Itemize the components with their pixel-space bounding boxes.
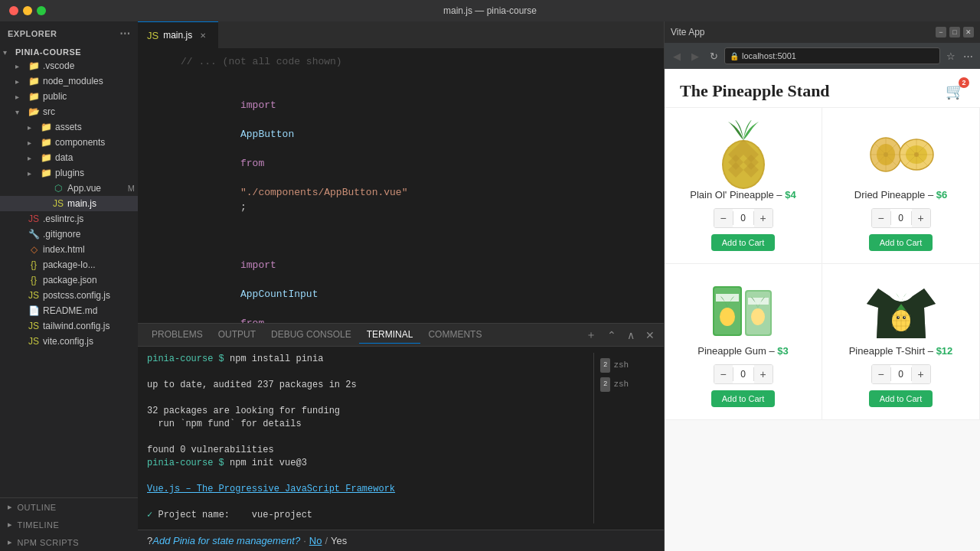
line-content: import AppCountInput from "./components/…: [181, 243, 658, 323]
package-json-label: package.json: [43, 275, 135, 285]
sidebar-item-npm-scripts[interactable]: ▸ NPM SCRIPTS: [0, 533, 138, 551]
product-name: Dried Pineapple – $6: [854, 189, 947, 201]
sidebar-item-tailwind[interactable]: ▸ JS tailwind.config.js: [0, 318, 138, 334]
sidebar-item-node-modules[interactable]: ▸ 📁 node_modules: [0, 73, 138, 89]
add-terminal-button[interactable]: ＋: [583, 327, 599, 344]
browser-minimize-button[interactable]: −: [936, 27, 946, 37]
products-grid: Plain Ol' Pineapple – $4 − 0 + Add to Ca…: [665, 108, 980, 420]
folder-icon: 📁: [28, 60, 40, 72]
tab-problems[interactable]: PROBLEMS: [144, 326, 211, 344]
sidebar: EXPLORER ⋯ ▾ PINIA-COURSE ▸ 📁 .vscode ▸ …: [0, 21, 138, 551]
browser-refresh-button[interactable]: ↻: [706, 48, 721, 64]
spacer: ▸: [15, 292, 28, 300]
quantity-increase-button[interactable]: +: [912, 209, 930, 227]
sidebar-item-outline[interactable]: ▸ OUTLINE: [0, 498, 138, 516]
quantity-decrease-button[interactable]: −: [872, 209, 890, 227]
sidebar-item-eslintrc[interactable]: ▸ JS .eslintrc.js: [0, 211, 138, 227]
sidebar-collapse-icon[interactable]: ⋯: [119, 28, 131, 40]
terminal-line: pinia-course $ npm init vue@3: [147, 457, 593, 470]
cart-button[interactable]: 🛒 2: [946, 82, 965, 100]
index-html-label: index.html: [43, 244, 135, 255]
terminal-line: pinia-course $ npm install pinia: [147, 353, 593, 366]
prompt-no-option[interactable]: No: [309, 535, 322, 546]
terminal-line: ✓ Project name: vue-project: [147, 509, 593, 522]
add-to-cart-button[interactable]: Add to Cart: [711, 390, 776, 407]
terminal-line: Vue.js – The Progressive JavaScript Fram…: [147, 483, 593, 496]
js-file-icon: JS: [147, 30, 158, 41]
browser-back-button[interactable]: ◀: [669, 48, 684, 64]
close-button[interactable]: [9, 6, 18, 15]
project-root[interactable]: ▾ PINIA-COURSE: [0, 46, 138, 58]
code-line: [138, 69, 664, 83]
prompt-slash: /: [325, 535, 328, 546]
title-bar: main.js — pinia-course: [0, 0, 980, 21]
sidebar-item-public[interactable]: ▸ 📁 public: [0, 89, 138, 104]
window-title: main.js — pinia-course: [443, 5, 537, 16]
product-card-dried-pineapple: Dried Pineapple – $6 − 0 + Add to Cart: [822, 108, 980, 264]
quantity-decrease-button[interactable]: −: [872, 365, 890, 383]
tab-terminal[interactable]: TERMINAL: [359, 326, 421, 344]
svg-point-34: [903, 317, 904, 318]
sidebar-item-vscode[interactable]: ▸ 📁 .vscode: [0, 58, 138, 73]
html-icon: ◇: [28, 243, 40, 256]
tab-comments[interactable]: COMMENTS: [420, 326, 489, 344]
sidebar-item-src[interactable]: ▾ 📂 src: [0, 104, 138, 119]
folder-icon: 📁: [28, 75, 40, 87]
spacer: ▸: [15, 215, 28, 223]
sidebar-item-data[interactable]: ▸ 📁 data: [0, 150, 138, 165]
chevron-right-icon: ▸: [8, 537, 13, 547]
tab-close-button[interactable]: ✕: [197, 29, 209, 41]
quantity-increase-button[interactable]: +: [754, 209, 773, 227]
code-editor[interactable]: // ... (not all code shown) import AppBu…: [138, 48, 664, 323]
browser-forward-button[interactable]: ▶: [688, 48, 703, 64]
json-icon: {}: [28, 259, 40, 271]
sidebar-item-components[interactable]: ▸ 📁 components: [0, 135, 138, 150]
line-number: [144, 54, 168, 69]
sidebar-item-app-vue[interactable]: ▸ ⬡ App.vue M: [0, 181, 138, 196]
prompt-yes-option[interactable]: Yes: [331, 535, 347, 546]
quantity-decrease-button[interactable]: −: [714, 365, 733, 383]
split-terminal-button[interactable]: ⌃: [604, 328, 619, 343]
sidebar-item-main-js[interactable]: ▸ JS main.js: [0, 196, 138, 211]
browser-more-button[interactable]: ⋯: [960, 48, 975, 64]
add-to-cart-button[interactable]: Add to Cart: [711, 234, 776, 251]
chevron-up-icon[interactable]: ∧: [624, 328, 638, 343]
sidebar-item-vite-config[interactable]: ▸ JS vite.config.js: [0, 334, 138, 349]
sidebar-item-postcss[interactable]: ▸ JS postcss.config.js: [0, 288, 138, 303]
tab-debug-console[interactable]: DEBUG CONSOLE: [263, 326, 359, 344]
sidebar-item-gitignore[interactable]: ▸ 🔧 .gitignore: [0, 227, 138, 242]
close-panel-button[interactable]: ✕: [642, 328, 658, 343]
sidebar-item-readme[interactable]: ▸ 📄 README.md: [0, 303, 138, 318]
minimize-button[interactable]: [23, 6, 32, 15]
terminal-session-1[interactable]: 2 zsh: [597, 356, 652, 375]
sidebar-item-package-lock[interactable]: ▸ {} package-lo...: [0, 257, 138, 272]
browser-bookmark-button[interactable]: ☆: [943, 48, 959, 64]
browser-close-button[interactable]: ✕: [963, 27, 974, 37]
git-icon: 🔧: [28, 228, 40, 240]
terminal-output: pinia-course $ npm install pinia up to d…: [147, 353, 593, 523]
maximize-button[interactable]: [37, 6, 46, 15]
sidebar-item-timeline[interactable]: ▸ TIMELINE: [0, 516, 138, 533]
chevron-right-icon: ▸: [15, 77, 28, 86]
browser-maximize-button[interactable]: □: [949, 27, 960, 37]
components-label: components: [55, 137, 135, 148]
folder-open-icon: 📂: [28, 106, 40, 118]
spacer: ▸: [15, 322, 28, 331]
tab-main-js[interactable]: JS main.js ✕: [138, 21, 218, 48]
chevron-right-icon: ▸: [28, 169, 40, 178]
sidebar-item-assets[interactable]: ▸ 📁 assets: [0, 119, 138, 135]
sidebar-item-package-json[interactable]: ▸ {} package.json: [0, 272, 138, 288]
browser-panel: Vite App − □ ✕ ◀ ▶ ↻ 🔒 localhost:5001 ☆ …: [664, 21, 980, 551]
tab-output[interactable]: OUTPUT: [211, 326, 263, 344]
sidebar-item-plugins[interactable]: ▸ 📁 plugins: [0, 165, 138, 181]
sidebar-item-index-html[interactable]: ▸ ◇ index.html: [0, 242, 138, 257]
browser-url-bar[interactable]: 🔒 localhost:5001: [724, 47, 940, 64]
add-to-cart-button[interactable]: Add to Cart: [869, 234, 933, 251]
terminal[interactable]: pinia-course $ npm install pinia up to d…: [138, 347, 664, 530]
quantity-decrease-button[interactable]: −: [714, 209, 733, 227]
product-price: $6: [936, 189, 947, 201]
terminal-session-2[interactable]: 2 zsh: [597, 375, 652, 394]
add-to-cart-button[interactable]: Add to Cart: [869, 390, 933, 407]
quantity-increase-button[interactable]: +: [754, 365, 773, 383]
quantity-increase-button[interactable]: +: [912, 365, 930, 383]
